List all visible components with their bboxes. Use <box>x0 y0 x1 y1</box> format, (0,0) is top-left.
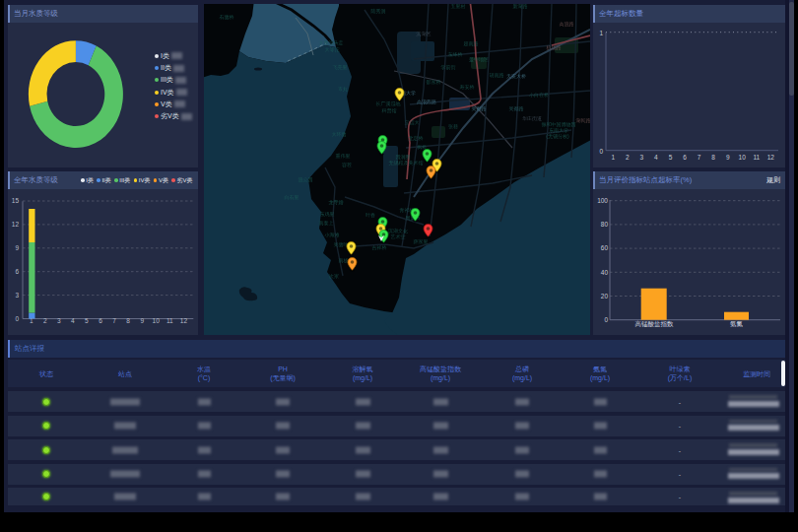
svg-text:寿安桥: 寿安桥 <box>460 84 475 90</box>
svg-text:12: 12 <box>767 154 775 161</box>
svg-text:4: 4 <box>71 317 75 324</box>
svg-text:3: 3 <box>57 317 61 324</box>
svg-text:石塘桥: 石塘桥 <box>220 14 234 21</box>
svg-text:(无锡分校): (无锡分校) <box>546 133 569 140</box>
svg-text:2: 2 <box>43 317 47 324</box>
svg-text:学前街: 学前街 <box>441 64 456 71</box>
svg-text:6: 6 <box>99 317 102 324</box>
svg-text:12: 12 <box>12 221 20 228</box>
svg-text:次家: 次家 <box>329 273 339 279</box>
svg-text:11: 11 <box>166 317 173 324</box>
svg-text:科普馆: 科普馆 <box>382 107 397 114</box>
svg-text:5: 5 <box>669 154 673 161</box>
svg-text:吴都路: 吴都路 <box>472 105 487 112</box>
svg-text:新湖路: 新湖路 <box>513 4 528 9</box>
svg-text:吉祥桥: 吉祥桥 <box>372 244 387 250</box>
svg-text:15: 15 <box>12 197 20 204</box>
svg-text:氨氮: 氨氮 <box>730 320 744 327</box>
svg-text:邵家桥: 邵家桥 <box>427 79 441 86</box>
svg-text:北定桥: 北定桥 <box>409 135 424 142</box>
svg-text:薛家里: 薛家里 <box>414 238 429 244</box>
svg-text:100: 100 <box>597 197 608 204</box>
svg-text:南泰上: 南泰上 <box>319 220 334 226</box>
svg-text:叶春: 叶春 <box>366 212 375 218</box>
svg-text:8: 8 <box>126 317 130 324</box>
svg-text:60: 60 <box>601 244 609 251</box>
svg-text:0: 0 <box>599 148 603 155</box>
svg-text:超南路: 超南路 <box>464 40 479 47</box>
svg-text:白石里: 白石里 <box>285 194 299 201</box>
svg-text:40: 40 <box>601 269 609 276</box>
svg-text:20: 20 <box>601 293 609 299</box>
svg-text:6: 6 <box>683 154 687 161</box>
svg-text:张巷: 张巷 <box>448 123 458 130</box>
svg-text:胡南路: 胡南路 <box>490 72 504 79</box>
svg-text:80: 80 <box>601 221 609 228</box>
svg-text:大渔湾头走: 大渔湾头走 <box>319 39 344 46</box>
svg-text:3: 3 <box>15 292 19 299</box>
svg-text:10: 10 <box>153 317 161 324</box>
svg-text:华庄街道: 华庄街道 <box>522 115 542 122</box>
svg-text:2: 2 <box>626 154 630 161</box>
svg-text:3: 3 <box>640 154 644 161</box>
svg-text:11: 11 <box>753 154 760 161</box>
svg-text:湖民路: 湖民路 <box>576 117 591 123</box>
svg-text:机场路: 机场路 <box>547 44 562 51</box>
svg-text:0: 0 <box>604 316 608 323</box>
svg-text:10: 10 <box>739 154 747 161</box>
svg-text:高锰酸盐指数: 高锰酸盐指数 <box>635 320 675 328</box>
svg-text:12: 12 <box>180 317 188 324</box>
svg-text:龙寺婚: 龙寺婚 <box>329 199 344 206</box>
svg-text:0: 0 <box>15 315 19 322</box>
svg-text:1: 1 <box>611 154 615 161</box>
svg-text:东鸡里: 东鸡里 <box>320 211 335 217</box>
svg-text:7: 7 <box>112 317 116 324</box>
svg-text:大等沱: 大等沱 <box>325 46 340 53</box>
svg-text:5: 5 <box>85 317 89 324</box>
svg-text:重伟里: 重伟里 <box>336 153 351 159</box>
svg-text:曼中地区: 曼中地区 <box>469 56 489 63</box>
svg-text:无锡程及美术馆: 无锡程及美术馆 <box>389 160 424 166</box>
svg-text:9: 9 <box>15 244 19 251</box>
svg-text:9: 9 <box>726 154 730 161</box>
svg-text:1: 1 <box>599 30 603 36</box>
svg-text:大环塘: 大环塘 <box>332 131 347 137</box>
svg-text:4: 4 <box>654 154 658 161</box>
svg-text:小白在桥: 小白在桥 <box>529 92 549 99</box>
svg-text:容茬: 容茬 <box>342 162 352 167</box>
svg-text:滨湖区: 滨湖区 <box>417 31 432 37</box>
svg-text:天安大桥: 天安大桥 <box>506 73 526 79</box>
svg-text:9: 9 <box>140 317 144 324</box>
svg-text:8: 8 <box>711 154 715 161</box>
svg-text:高浪西路: 高浪西路 <box>417 99 436 105</box>
svg-text:小海滩: 小海滩 <box>325 232 340 238</box>
svg-text:飞亮里: 飞亮里 <box>333 64 348 70</box>
svg-text:艺术堂: 艺术堂 <box>391 233 406 239</box>
svg-text:市丸: 市丸 <box>338 86 348 92</box>
svg-text:7: 7 <box>698 154 701 161</box>
svg-text:高浪路: 高浪路 <box>560 21 574 28</box>
svg-text:东绛桥: 东绛桥 <box>448 51 463 57</box>
svg-text:6: 6 <box>15 268 19 275</box>
svg-text:陆秀洞: 陆秀洞 <box>371 8 386 15</box>
svg-text:浪公园: 浪公园 <box>299 176 313 183</box>
svg-text:立信大: 立信大 <box>405 119 420 126</box>
svg-text:吴都路: 吴都路 <box>509 105 524 112</box>
